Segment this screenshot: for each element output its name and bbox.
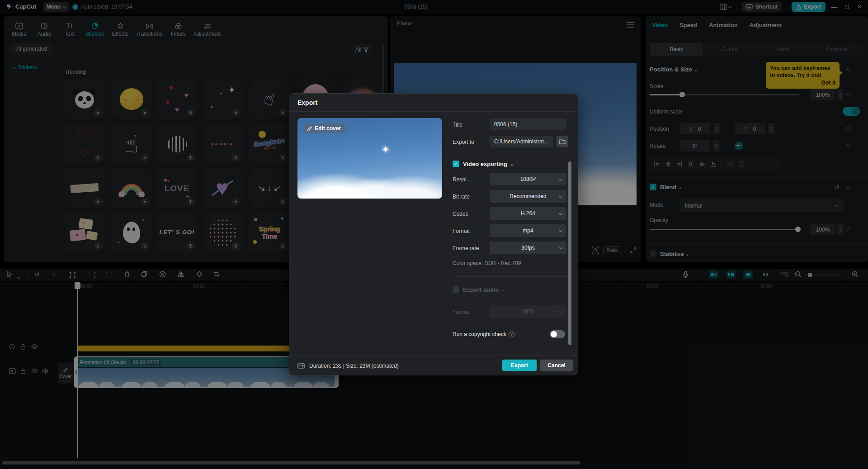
cancel-button-label: Cancel	[547, 362, 565, 369]
framerate-label: Frame rate	[453, 245, 479, 251]
video-exporting-checkbox[interactable]: ✓	[453, 161, 459, 167]
format-label: Format	[453, 228, 470, 234]
copyright-toggle[interactable]	[550, 330, 565, 338]
dialog-scrollbar[interactable]	[568, 161, 571, 345]
collapse-icon[interactable]: ▴	[511, 162, 513, 166]
sparkle-decoration: ✦	[382, 144, 390, 156]
capcut-window: CapCut Menu ✓ Auto saved: 19:07:54 0506 …	[0, 0, 868, 469]
export-to-input[interactable]: C:/Users/Administrat...	[490, 136, 553, 147]
chevron-down-icon	[559, 245, 562, 249]
format-value: mp4	[523, 227, 533, 234]
film-icon	[297, 362, 305, 370]
video-exporting-header: ✓ Video exporting ▴	[453, 161, 513, 167]
codec-value: H.264	[521, 210, 535, 217]
export-dialog: Export ✦ Edit cover Title 0506 (15) Expo…	[289, 93, 578, 375]
export-cover-preview: ✦ Edit cover	[297, 118, 442, 199]
title-input[interactable]: 0506 (15)	[490, 118, 566, 130]
pencil-icon	[307, 126, 312, 131]
audio-format-value: MP3	[523, 308, 534, 315]
export-audio-header: ✓ Export audio ▴	[453, 286, 505, 293]
title-field-label: Title	[453, 122, 462, 128]
resolution-dropdown[interactable]: 1080P	[490, 173, 566, 185]
audio-format-label: Format	[453, 309, 470, 315]
collapse-icon: ▴	[502, 288, 505, 292]
chevron-down-icon	[559, 194, 562, 197]
divider	[453, 276, 568, 277]
bitrate-dropdown[interactable]: Recommended	[490, 190, 566, 203]
dialog-title: Export	[297, 99, 317, 106]
info-icon[interactable]: ?	[509, 332, 514, 337]
resolution-value: 1080P	[520, 176, 536, 182]
copyright-label: Run a copyright check	[453, 331, 506, 337]
edit-cover-label: Edit cover	[315, 125, 341, 132]
copyright-row: Run a copyright check ?	[453, 331, 514, 337]
framerate-value: 30fps	[521, 245, 534, 251]
resolution-label: Resol...	[453, 176, 471, 183]
export-to-label: Export to	[453, 139, 474, 145]
export-summary: Duration: 23s | Size: 23M (estimated)	[309, 363, 399, 369]
export-audio-label: Export audio	[463, 286, 499, 293]
color-space-text: Color space: SDR - Rec.709	[453, 260, 521, 266]
chevron-down-icon	[559, 228, 562, 232]
codec-label: Codec	[453, 211, 468, 217]
cancel-button[interactable]: Cancel	[540, 360, 573, 371]
edit-cover-button[interactable]: Edit cover	[303, 123, 345, 133]
bitrate-label: Bit rate	[453, 194, 470, 200]
dialog-header: Export	[289, 94, 578, 112]
chevron-down-icon	[559, 176, 562, 180]
divider	[453, 325, 568, 325]
divider	[453, 153, 568, 153]
browse-folder-button[interactable]	[557, 136, 568, 147]
framerate-dropdown[interactable]: 30fps	[490, 242, 566, 254]
chevron-down-icon	[559, 309, 562, 313]
export-button-label: Export	[511, 362, 528, 369]
codec-dropdown[interactable]: H.264	[490, 207, 566, 220]
export-confirm-button[interactable]: Export	[502, 360, 537, 371]
title-input-value: 0506 (15)	[494, 121, 517, 128]
export-audio-checkbox[interactable]: ✓	[453, 286, 459, 293]
format-dropdown[interactable]: mp4	[490, 224, 566, 237]
folder-icon	[559, 139, 566, 144]
audio-format-dropdown: MP3	[490, 305, 566, 318]
bitrate-value: Recommended	[509, 193, 546, 199]
export-to-value: C:/Users/Administrat...	[494, 138, 548, 145]
chevron-down-icon	[559, 211, 562, 214]
video-exporting-label: Video exporting	[463, 161, 507, 167]
